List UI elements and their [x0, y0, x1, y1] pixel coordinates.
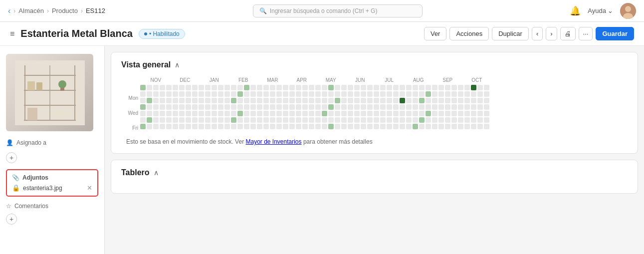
heatmap-cell: [237, 117, 243, 123]
search-placeholder: Ingresar búsqueda o comando (Ctrl + G): [270, 7, 378, 14]
heatmap-week: [393, 85, 399, 129]
heatmap-cell: [166, 104, 172, 110]
add-comment-button[interactable]: +: [6, 214, 17, 225]
note-link[interactable]: Mayor de Inventarios: [245, 138, 301, 145]
heatmap-cell: [244, 104, 249, 110]
heatmap-cell: [160, 104, 165, 110]
attachment-filename[interactable]: estanteria3.jpg: [23, 185, 62, 192]
month-header-jun: JUN: [346, 77, 375, 83]
heatmap-cell: [348, 104, 353, 110]
tablero-collapse-icon[interactable]: ∧: [154, 169, 159, 177]
heatmap-cell: [335, 124, 340, 129]
print-icon: 🖨: [565, 30, 571, 37]
heatmap-cell: [458, 85, 463, 90]
notification-bell-icon[interactable]: 🔔: [570, 5, 581, 16]
heatmap-week: [263, 85, 269, 129]
heatmap-cell: [224, 91, 230, 97]
heatmap-cell: [438, 124, 444, 129]
heatmap-cell: [140, 85, 146, 90]
heatmap-cell: [205, 124, 211, 129]
heatmap-cell: [406, 91, 412, 97]
heatmap-cell: [283, 124, 288, 129]
heatmap-cell: [140, 91, 146, 97]
heatmap-cell: [166, 98, 172, 103]
heatmap-cell: [237, 98, 243, 103]
heatmap-cell: [289, 91, 295, 97]
heatmap-cell: [315, 85, 321, 90]
heatmap-cell: [471, 98, 476, 103]
heatmap-week: [192, 85, 198, 129]
heatmap-week: [231, 85, 236, 129]
main-layout: 👤 Asignado a + 📎 Adjuntos 🔒 estanteria3.…: [0, 46, 644, 254]
heatmap-cell: [471, 91, 476, 97]
search-box[interactable]: 🔍 Ingresar búsqueda o comando (Ctrl + G): [253, 4, 423, 17]
heatmap-cell: [296, 85, 301, 90]
heatmap-cell: [348, 85, 353, 90]
heatmap-cell: [335, 111, 340, 116]
more-button[interactable]: ···: [579, 27, 593, 40]
heatmap-cell: [224, 117, 230, 123]
heatmap-cell: [173, 104, 178, 110]
duplicar-button[interactable]: Duplicar: [492, 27, 529, 40]
heatmap-cell: [445, 111, 450, 116]
heatmap-cell: [445, 117, 450, 123]
guardar-button[interactable]: Guardar: [596, 27, 634, 40]
heatmap-week: [445, 85, 450, 129]
month-header-feb: FEB: [229, 77, 258, 83]
user-avatar[interactable]: [620, 3, 636, 19]
heatmap-cell: [419, 117, 425, 123]
heatmap-cell: [361, 104, 366, 110]
ver-button[interactable]: Ver: [424, 27, 447, 40]
menu-icon[interactable]: ≡: [10, 29, 14, 38]
heatmap-cell: [192, 91, 198, 97]
heatmap-cell: [380, 98, 386, 103]
heatmap-cell: [322, 124, 327, 129]
heatmap-cell: [231, 124, 236, 129]
heatmap-cell: [166, 124, 172, 129]
heatmap-cell: [328, 85, 334, 90]
heatmap-week: [140, 85, 146, 129]
heatmap-cell: [484, 124, 489, 129]
heatmap-cell: [257, 98, 262, 103]
heatmap-cell: [426, 104, 431, 110]
heatmap-cell: [400, 104, 405, 110]
heatmap-cell: [270, 124, 275, 129]
heatmap-cell: [179, 111, 185, 116]
heatmap-cell: [218, 91, 223, 97]
heatmap-cell: [471, 85, 476, 90]
heatmap-cell: [387, 117, 392, 123]
heatmap-cell: [160, 124, 165, 129]
heatmap-cell: [212, 91, 217, 97]
breadcrumb-almacen[interactable]: Almacén: [18, 7, 44, 14]
heatmap-week: [451, 85, 457, 129]
note-suffix: para obtener más detalles: [303, 138, 373, 145]
next-button[interactable]: ›: [546, 27, 557, 40]
add-assigned-button[interactable]: +: [6, 152, 17, 163]
heatmap-cell: [263, 85, 269, 90]
heatmap-cell: [367, 91, 373, 97]
heatmap-cell: [153, 91, 159, 97]
vista-general-collapse-icon[interactable]: ∧: [175, 61, 180, 69]
breadcrumb-section: ‹ › Almacén › Producto › ES112: [8, 6, 105, 15]
heatmap-week: [328, 85, 334, 129]
back-button[interactable]: ‹: [8, 6, 10, 15]
heatmap-cell: [374, 104, 379, 110]
heatmap-week: [374, 85, 379, 129]
svg-point-1: [625, 6, 631, 12]
heatmap-cell: [315, 117, 321, 123]
help-button[interactable]: Ayuda ⌄: [588, 7, 613, 14]
heatmap-cell: [192, 85, 198, 90]
print-button[interactable]: 🖨: [560, 27, 576, 40]
heatmap-cell: [406, 104, 412, 110]
heatmap-cell: [328, 98, 334, 103]
heatmap-cell: [419, 124, 425, 129]
remove-attachment-button[interactable]: ✕: [87, 184, 92, 192]
heatmap-cell: [471, 104, 476, 110]
heatmap-cell: [296, 117, 301, 123]
svg-rect-12: [36, 82, 42, 90]
prev-button[interactable]: ‹: [532, 27, 543, 40]
heatmap-cell: [276, 111, 282, 116]
heatmap-cell: [438, 85, 444, 90]
acciones-button[interactable]: Acciones: [449, 27, 489, 40]
breadcrumb-producto[interactable]: Producto: [52, 7, 78, 14]
